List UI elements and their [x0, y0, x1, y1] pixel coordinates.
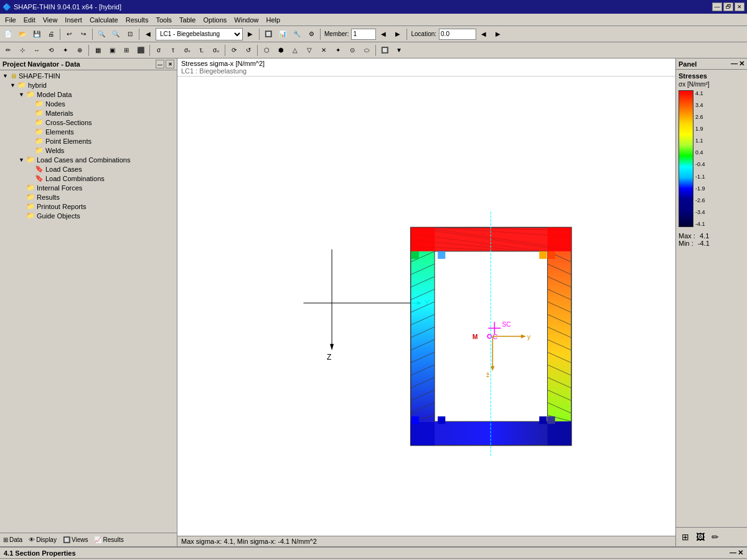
tb2-k[interactable]: σ: [152, 44, 166, 57]
right-panel-close[interactable]: ✕: [739, 60, 745, 68]
tree-root[interactable]: ▼ 🖥 SHAPE-THIN: [1, 72, 176, 80]
tree-project[interactable]: ▼ 📁 hybrid: [1, 80, 176, 90]
svg-text:z̄: z̄: [486, 371, 489, 378]
zoom-out-button[interactable]: 🔍: [109, 27, 123, 41]
tb2-l[interactable]: τ: [166, 44, 180, 57]
menu-view[interactable]: View: [39, 15, 62, 25]
tb2-j[interactable]: ⬛: [134, 44, 148, 57]
tree-cross-sections[interactable]: 📁 Cross-Sections: [1, 118, 176, 127]
nav-controls[interactable]: — ✕: [156, 60, 174, 68]
tree-guide-objects[interactable]: 📁 Guide Objects: [1, 211, 176, 220]
nav-foot-data[interactable]: ⊞ Data: [1, 536, 24, 544]
tb2-s[interactable]: ⬢: [274, 44, 288, 57]
zoom-in-button[interactable]: 🔍: [95, 27, 108, 41]
tb2-q[interactable]: ↺: [242, 44, 255, 57]
legend-tb-a[interactable]: ⊞: [679, 530, 692, 544]
svg-rect-64: [411, 251, 419, 259]
tb-icon-a[interactable]: 🔲: [261, 27, 275, 41]
tb2-o[interactable]: σᵤ: [209, 44, 223, 57]
menu-options[interactable]: Options: [199, 15, 230, 25]
tb2-f[interactable]: ⊕: [73, 44, 87, 57]
menu-help[interactable]: Help: [262, 15, 284, 25]
tree-printout-reports[interactable]: 📁 Printout Reports: [1, 202, 176, 211]
menu-calculate[interactable]: Calculate: [86, 15, 122, 25]
menu-file[interactable]: File: [1, 15, 20, 25]
tb-icon-c[interactable]: 🔧: [290, 27, 304, 41]
tree-elements[interactable]: 📁 Elements: [1, 127, 176, 136]
tb2-e[interactable]: ✦: [59, 44, 72, 57]
prev-lc-button[interactable]: ◀: [141, 27, 155, 41]
tb2-p[interactable]: ⟳: [227, 44, 241, 57]
right-panel-minimize[interactable]: —: [731, 60, 738, 68]
save-button[interactable]: 💾: [30, 27, 44, 41]
tb2-b[interactable]: ⊹: [16, 44, 29, 57]
menu-window[interactable]: Window: [230, 15, 262, 25]
legend-val-1: 3.4: [695, 102, 705, 108]
legend-tb-c[interactable]: ✏: [708, 530, 722, 544]
tb2-n[interactable]: τ꜀: [195, 44, 209, 57]
nav-foot-results[interactable]: 📈 Results: [92, 536, 125, 544]
menu-table[interactable]: Table: [176, 15, 199, 25]
nav-close-btn[interactable]: ✕: [166, 60, 174, 68]
tb2-h[interactable]: ▣: [105, 44, 119, 57]
location-prev[interactable]: ◀: [477, 27, 491, 41]
tb2-d[interactable]: ⟲: [44, 44, 58, 57]
tree-nodes[interactable]: 📁 Nodes: [1, 99, 176, 108]
open-button[interactable]: 📂: [16, 27, 29, 41]
location-next[interactable]: ▶: [491, 27, 505, 41]
minimize-button[interactable]: —: [712, 2, 722, 11]
tb-icon-d[interactable]: ⚙: [304, 27, 318, 41]
tree-materials[interactable]: 📁 Materials: [1, 108, 176, 118]
tree-internal-forces[interactable]: 📁 Internal Forces: [1, 183, 176, 192]
next-lc-button[interactable]: ▶: [243, 27, 257, 41]
tb2-c[interactable]: ↔: [30, 44, 44, 57]
tb2-z[interactable]: 🔲: [378, 44, 392, 57]
tb2-a[interactable]: ✏: [1, 44, 15, 57]
menu-results[interactable]: Results: [122, 15, 153, 25]
nav-foot-display[interactable]: 👁 Display: [27, 536, 59, 544]
legend-tb-b[interactable]: 🖼: [693, 530, 707, 544]
tb2-i[interactable]: ⊞: [120, 44, 133, 57]
tree-load-cases[interactable]: 🔖 Load Cases: [1, 164, 176, 174]
tb2-t[interactable]: △: [288, 44, 302, 57]
tree-model-data[interactable]: ▼ 📁 Model Data: [1, 90, 176, 99]
member-next[interactable]: ▶: [391, 27, 405, 41]
print-button[interactable]: 🖨: [44, 27, 58, 41]
tb2-aa[interactable]: ▼: [392, 44, 406, 57]
tb2-m[interactable]: σᵥ: [181, 44, 194, 57]
member-input[interactable]: [351, 29, 376, 40]
menu-insert[interactable]: Insert: [61, 15, 86, 25]
close-button[interactable]: ✕: [735, 2, 745, 11]
menu-edit[interactable]: Edit: [20, 15, 39, 25]
zoom-fit-button[interactable]: ⊡: [123, 27, 137, 41]
tree-load-cases-combo[interactable]: ▼ 📁 Load Cases and Combinations: [1, 155, 176, 164]
bottom-panel-minimize[interactable]: —: [730, 549, 736, 557]
nav-minimize-btn[interactable]: —: [156, 60, 164, 68]
bottom-panel-close[interactable]: ✕: [738, 549, 743, 557]
location-input[interactable]: [439, 29, 476, 40]
undo-button[interactable]: ↩: [62, 27, 76, 41]
tb2-v[interactable]: ✕: [317, 44, 331, 57]
restore-button[interactable]: 🗗: [723, 2, 733, 11]
tree-results[interactable]: 📁 Results: [1, 192, 176, 202]
tb2-r[interactable]: ⬡: [260, 44, 273, 57]
tree-welds[interactable]: 📁 Welds: [1, 146, 176, 155]
new-button[interactable]: 📄: [1, 27, 15, 41]
menu-tools[interactable]: Tools: [152, 15, 176, 25]
tb2-w[interactable]: ✦: [331, 44, 345, 57]
member-prev[interactable]: ◀: [377, 27, 390, 41]
tree-load-combinations[interactable]: 🔖 Load Combinations: [1, 174, 176, 183]
nav-foot-views[interactable]: 🔲 Views: [61, 536, 90, 544]
tb2-u[interactable]: ▽: [303, 44, 316, 57]
tb2-x[interactable]: ⊙: [345, 44, 359, 57]
lc-dropdown[interactable]: LC1 - Biegebelastung: [156, 28, 243, 40]
tb-icon-b[interactable]: 📊: [276, 27, 289, 41]
viz-header: Stresses sigma-x [N/mm^2] LC1 : Biegebel…: [177, 58, 675, 77]
viz-area[interactable]: Y Z: [177, 77, 675, 536]
redo-button[interactable]: ↪: [77, 27, 90, 41]
tree-point-elements[interactable]: 📁 Point Elements: [1, 136, 176, 146]
window-controls[interactable]: — 🗗 ✕: [712, 2, 745, 11]
tb2-g[interactable]: ▦: [91, 44, 105, 57]
tb2-y[interactable]: ⬭: [360, 44, 374, 57]
root-icon: 🖥: [10, 72, 17, 80]
